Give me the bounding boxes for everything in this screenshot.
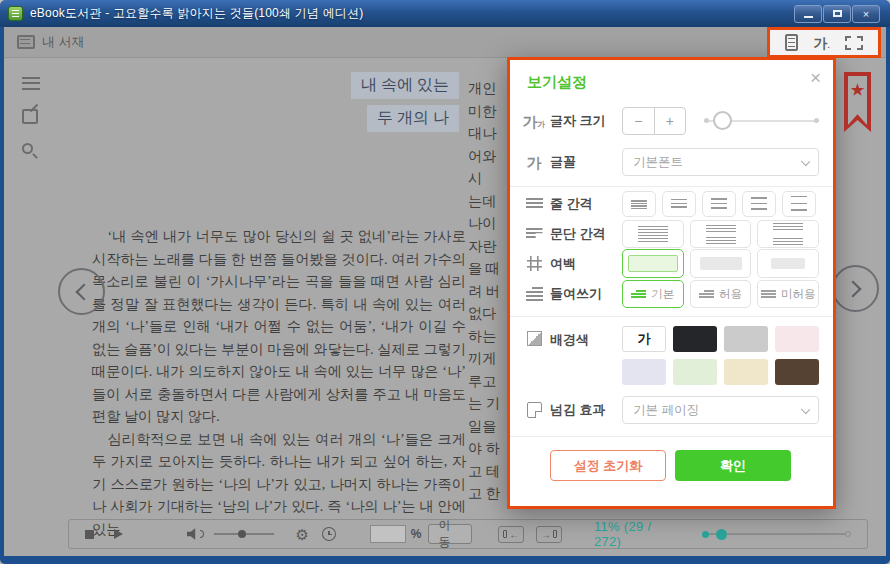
clipped-text-line: 없다 xyxy=(468,302,510,325)
background-color-swatch[interactable]: 가 xyxy=(622,326,666,352)
clipped-text-line: 개인 xyxy=(468,77,510,100)
prev-page-button[interactable] xyxy=(58,268,105,315)
font-size-plus-button[interactable]: + xyxy=(655,108,686,134)
goto-button[interactable]: 이동 xyxy=(428,524,472,544)
clipped-text-line: 시 xyxy=(468,167,510,190)
paragraph-spacing-icon xyxy=(522,228,546,241)
volume-icon[interactable] xyxy=(187,528,204,541)
background-color-swatch[interactable] xyxy=(673,359,717,385)
font-size-minus-button[interactable]: − xyxy=(623,108,655,134)
panel-title: 보기설정 xyxy=(527,73,587,92)
background-color-swatch[interactable] xyxy=(673,326,717,352)
line-spacing-option-4[interactable] xyxy=(742,191,776,217)
line-spacing-glyph xyxy=(791,196,807,213)
next-page-clipped-text: 개인미한대나어와시는데나이자란을 때려 버없다하는끼게루고는 기일을야 하고 테… xyxy=(468,77,510,505)
panel-close-icon[interactable]: × xyxy=(810,68,821,87)
line-spacing-option-3[interactable] xyxy=(702,191,736,217)
background-color-swatch[interactable] xyxy=(724,359,768,385)
progress-slider-knob[interactable] xyxy=(716,529,727,540)
toc-icon[interactable] xyxy=(22,77,40,90)
reset-settings-button[interactable]: 설정 초기화 xyxy=(550,450,666,481)
paragraph-spacing-option-2[interactable] xyxy=(690,220,752,248)
paragraph-spacing-option-3[interactable] xyxy=(757,220,819,248)
clipped-text-line: 는데 xyxy=(468,190,510,213)
margin-option-1-selected[interactable] xyxy=(622,249,684,278)
search-icon[interactable] xyxy=(22,143,33,154)
paragraph-spacing-option-1[interactable] xyxy=(622,220,684,248)
background-color-swatches: 가 xyxy=(622,326,819,385)
go-last-page-button[interactable]: → xyxy=(536,526,562,543)
gear-icon[interactable]: ⚙ xyxy=(296,527,309,542)
view-toolbar-highlight: 가. xyxy=(767,27,881,58)
window-title: eBook도서관 - 고요할수록 밝아지는 것들(100쇄 기념 에디션) xyxy=(30,5,363,22)
chevron-down-icon xyxy=(801,405,810,414)
line-spacing-option-5[interactable] xyxy=(782,191,816,217)
chevron-down-icon xyxy=(801,157,810,166)
speaker-horn xyxy=(187,528,198,541)
margin-option-3[interactable] xyxy=(757,249,819,278)
indent-option-disallow[interactable]: 미허용 xyxy=(757,280,819,308)
indent-glyph xyxy=(761,288,776,299)
line-spacing-glyph xyxy=(751,197,767,212)
app-window: eBook도서관 - 고요할수록 밝아지는 것들(100쇄 기념 에디션) × … xyxy=(0,0,890,564)
close-button[interactable]: × xyxy=(852,5,880,23)
clipped-text-line: 야 하 xyxy=(468,437,510,460)
font-size-slider[interactable] xyxy=(704,120,819,122)
confirm-button[interactable]: 확인 xyxy=(675,450,791,481)
fullscreen-icon[interactable] xyxy=(845,36,863,50)
indent-option-allow[interactable]: 허용 xyxy=(690,280,752,308)
paragraph-spacing-label: 문단 간격 xyxy=(550,225,622,243)
my-library-button[interactable]: 내 서재 xyxy=(17,33,85,51)
view-settings-icon[interactable]: 가. xyxy=(813,36,829,50)
next-page-button[interactable] xyxy=(832,265,879,312)
viewer-mode-icon[interactable] xyxy=(785,34,798,51)
progress-slider[interactable] xyxy=(702,533,851,535)
chapter-title: 내 속에 있는 두 개의 나 xyxy=(154,72,459,138)
tts-stop-button[interactable] xyxy=(85,530,94,539)
margin-option-2[interactable] xyxy=(690,249,752,278)
font-size-label: 글자 크기 xyxy=(550,112,622,130)
clipped-text-line: 나이 xyxy=(468,212,510,235)
background-color-swatch[interactable] xyxy=(724,326,768,352)
font-size-slider-knob[interactable] xyxy=(713,111,732,130)
font-face-dropdown[interactable]: 기본폰트 xyxy=(622,148,819,176)
minimize-icon xyxy=(804,16,813,18)
background-color-swatch[interactable] xyxy=(775,326,819,352)
clipped-text-line: 고 테 xyxy=(468,460,510,483)
timer-icon[interactable] xyxy=(322,527,336,541)
clipped-text-line: 일을 xyxy=(468,415,510,438)
margin-glyph xyxy=(700,257,742,270)
volume-slider[interactable] xyxy=(214,533,274,535)
clipped-text-line: 을 때 xyxy=(468,257,510,280)
volume-slider-knob[interactable] xyxy=(238,530,246,538)
line-spacing-glyph xyxy=(671,199,687,210)
tts-play-button[interactable] xyxy=(114,529,123,539)
chevron-right-icon xyxy=(845,281,862,298)
page-bar-icon xyxy=(553,530,557,538)
close-icon: × xyxy=(863,8,869,20)
chapter-title-line: 내 속에 있는 xyxy=(351,72,459,99)
background-color-swatch[interactable] xyxy=(622,359,666,385)
maximize-button[interactable] xyxy=(823,5,851,23)
percent-input[interactable] xyxy=(370,525,406,543)
page-effect-dropdown[interactable]: 기본 페이징 xyxy=(622,396,819,424)
font-size-stepper: − + xyxy=(622,107,686,135)
percent-symbol: % xyxy=(411,527,422,541)
font-size-icon: 가가 xyxy=(522,114,546,129)
bookmark-ribbon-icon[interactable]: ★ xyxy=(844,72,871,132)
line-spacing-option-2[interactable] xyxy=(662,191,696,217)
slider-start-dot xyxy=(704,118,709,123)
top-strip xyxy=(4,27,886,58)
page-effect-label: 넘김 효과 xyxy=(550,401,622,419)
minimize-button[interactable] xyxy=(794,5,822,23)
page-effect-value: 기본 페이징 xyxy=(633,402,699,419)
line-spacing-option-1[interactable] xyxy=(622,191,656,217)
speaker-wave xyxy=(200,530,204,538)
go-first-page-button[interactable]: ← xyxy=(498,526,524,543)
clipped-text-line: 끼게 xyxy=(468,347,510,370)
note-icon[interactable] xyxy=(22,109,38,124)
sidebar xyxy=(22,77,40,154)
indent-option-default-selected[interactable]: 기본 xyxy=(622,280,684,308)
clipped-text-line: 고 한 xyxy=(468,482,510,505)
background-color-swatch[interactable] xyxy=(775,359,819,385)
